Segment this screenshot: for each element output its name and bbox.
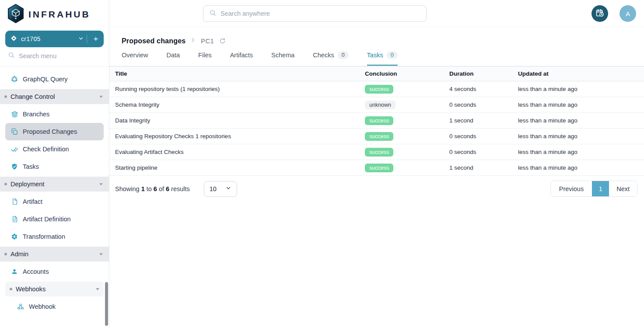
tab-checks[interactable]: Checks0 — [313, 51, 348, 66]
sidebar-section-admin[interactable]: Admin — [0, 247, 109, 262]
chevron-right-icon — [190, 37, 196, 45]
pager: Previous 1 Next — [550, 181, 637, 197]
bullet-icon — [4, 253, 7, 255]
tab-data[interactable]: Data — [166, 51, 180, 66]
section-label: Deployment — [10, 181, 99, 188]
proposed-changes-icon — [10, 128, 18, 136]
tab-bar: OverviewDataFilesArtifactsSchemaChecks0T… — [109, 51, 644, 66]
task-duration: 1 second — [444, 160, 512, 176]
sidebar-item-artifact[interactable]: Artifact — [0, 193, 109, 210]
task-updated-at: less than a minute ago — [512, 81, 644, 97]
sidebar-item-artifact-definition[interactable]: Artifact Definition — [0, 210, 109, 228]
sidebar-item-branches[interactable]: Branches — [0, 105, 109, 123]
tab-count-badge: 0 — [338, 51, 349, 59]
app-logo[interactable]: INFRAHUB — [0, 0, 109, 28]
results-summary: Showing 1 to 6 of 6 results — [115, 185, 190, 192]
user-avatar[interactable]: A — [620, 5, 636, 22]
tab-tasks[interactable]: Tasks0 — [367, 51, 398, 66]
branch-selector[interactable]: cr1705 — [5, 31, 104, 47]
sidebar-subsection-webhooks[interactable]: Webhooks — [5, 282, 104, 297]
table-row[interactable]: Data Integritysuccess1 secondless than a… — [109, 113, 644, 129]
conclusion-badge: unknown — [365, 101, 396, 109]
sidebar-item-tasks[interactable]: Tasks — [0, 158, 109, 175]
sidebar-item-check-definition[interactable]: Check Definition — [0, 140, 109, 158]
chevron-down-icon — [225, 185, 231, 192]
global-search-input[interactable] — [220, 10, 420, 17]
table-row[interactable]: Evaluating Artifact Checkssuccess0 secon… — [109, 144, 644, 160]
tab-label: Schema — [271, 52, 294, 59]
section-label: Admin — [10, 251, 99, 258]
page-title[interactable]: Proposed changes — [122, 37, 186, 45]
tab-schema[interactable]: Schema — [271, 51, 294, 66]
avatar-initial: A — [626, 10, 630, 17]
column-updated-at: Updated at — [512, 66, 644, 81]
tab-artifacts[interactable]: Artifacts — [230, 51, 253, 66]
sidebar-item-label: Artifact — [23, 198, 42, 205]
add-branch-button[interactable] — [90, 33, 102, 45]
artifact-definition-icon — [10, 215, 18, 223]
sidebar-item-webhook[interactable]: Webhook — [0, 298, 109, 315]
chevron-down-icon[interactable] — [78, 35, 84, 43]
table-row[interactable]: Running repository tests (1 repositories… — [109, 81, 644, 97]
sidebar-scrollbar[interactable] — [105, 282, 108, 326]
sidebar-section-change-control[interactable]: Change Control — [0, 89, 109, 104]
webhook-icon — [17, 303, 24, 311]
refresh-button[interactable] — [219, 38, 226, 44]
task-updated-at: less than a minute ago — [512, 129, 644, 144]
global-search[interactable] — [203, 5, 427, 22]
sidebar: INFRAHUB cr1705 GraphQL QueryChange Cont… — [0, 0, 109, 328]
page-size-select[interactable]: 10 — [204, 181, 237, 197]
task-duration: 1 second — [444, 113, 512, 129]
bullet-icon — [10, 288, 12, 290]
calendar-clock-icon — [595, 8, 605, 19]
task-title: Starting pipeline — [109, 160, 359, 176]
current-page-button[interactable]: 1 — [592, 181, 609, 196]
collapse-caret-icon[interactable] — [99, 253, 103, 255]
sidebar-item-proposed-changes[interactable]: Proposed Changes — [5, 123, 104, 140]
next-page-button[interactable]: Next — [609, 181, 637, 196]
infrahub-logo-icon — [7, 4, 24, 25]
column-duration: Duration — [444, 66, 512, 81]
section-label: Change Control — [10, 93, 99, 100]
task-updated-at: less than a minute ago — [512, 160, 644, 176]
tab-label: Tasks — [367, 52, 383, 59]
conclusion-badge: success — [365, 132, 393, 141]
tab-overview[interactable]: Overview — [122, 51, 148, 66]
page-size-value: 10 — [210, 185, 217, 192]
search-icon — [8, 52, 15, 60]
branch-icon — [10, 35, 17, 43]
sidebar-item-label: Tasks — [23, 163, 39, 170]
table-row[interactable]: Schema Integrityunknown0 secondsless tha… — [109, 97, 644, 113]
tab-label: Overview — [122, 52, 148, 59]
sidebar-search-input[interactable] — [19, 52, 93, 59]
bullet-icon — [4, 183, 7, 185]
task-updated-at: less than a minute ago — [512, 97, 644, 113]
sidebar-section-deployment[interactable]: Deployment — [0, 177, 109, 192]
sidebar-item-label: Transformation — [23, 233, 65, 240]
tab-files[interactable]: Files — [198, 51, 212, 66]
top-bar: A — [109, 0, 644, 27]
divider — [87, 35, 87, 43]
collapse-caret-icon[interactable] — [99, 96, 103, 98]
task-title: Data Integrity — [109, 113, 359, 129]
sidebar-item-label: Proposed Changes — [23, 128, 77, 135]
task-title: Running repository tests (1 repositories… — [109, 81, 359, 97]
collapse-caret-icon[interactable] — [96, 288, 99, 290]
time-travel-button[interactable] — [592, 5, 608, 22]
sidebar-item-transformation[interactable]: Transformation — [0, 228, 109, 245]
task-duration: 0 seconds — [444, 129, 512, 144]
table-row[interactable]: Starting pipelinesuccess1 secondless tha… — [109, 160, 644, 176]
sidebar-search[interactable] — [0, 52, 109, 67]
sidebar-item-label: Branches — [23, 111, 49, 118]
check-definition-icon — [10, 145, 18, 153]
tab-label: Data — [166, 52, 180, 59]
graphql-icon — [10, 75, 18, 83]
section-label: Webhooks — [16, 286, 96, 293]
sidebar-item-graphql-query[interactable]: GraphQL Query — [0, 70, 109, 88]
previous-page-button[interactable]: Previous — [551, 181, 592, 196]
collapse-caret-icon[interactable] — [99, 183, 103, 185]
conclusion-badge: success — [365, 116, 393, 125]
table-row[interactable]: Evaluating Repository Checks 1 repositor… — [109, 129, 644, 144]
sidebar-item-accounts[interactable]: Accounts — [0, 263, 109, 280]
breadcrumb-current: PC1 — [201, 38, 214, 45]
